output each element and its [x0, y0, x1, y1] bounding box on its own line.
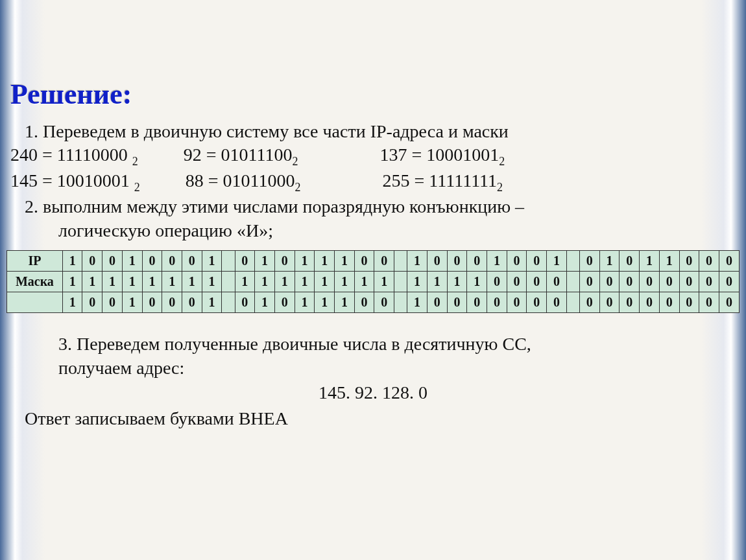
table-row: IP10010001010111001000100101011000: [7, 251, 740, 272]
octet-gap: [222, 251, 235, 272]
bit-cell: 0: [599, 292, 620, 313]
bit-cell: 1: [354, 272, 374, 292]
result-address: 145. 92. 128. 0: [34, 381, 712, 404]
bit-cell: 0: [235, 251, 255, 272]
conv-255: 255 = 11111111: [383, 170, 498, 191]
bit-cell: 0: [507, 251, 527, 272]
octet-gap: [394, 272, 407, 292]
bit-cell: 0: [640, 292, 660, 313]
bit-cell: 1: [62, 272, 82, 292]
bit-cell: 0: [182, 251, 202, 272]
bit-cell: 1: [467, 272, 487, 292]
bit-cell: 1: [407, 251, 427, 272]
bit-cell: 0: [719, 272, 739, 292]
bit-cell: 0: [274, 251, 295, 272]
bit-cell: 0: [579, 292, 599, 313]
bit-cell: 1: [374, 272, 394, 292]
bit-cell: 1: [142, 272, 162, 292]
bit-cell: 1: [640, 251, 660, 272]
bit-cell: 1: [102, 272, 123, 292]
bit-cell: 0: [82, 251, 102, 272]
bit-cell: 1: [407, 292, 427, 313]
bit-cell: 1: [202, 292, 222, 313]
bit-cell: 1: [255, 251, 275, 272]
bit-cell: 1: [315, 272, 335, 292]
bit-cell: 0: [620, 251, 640, 272]
bit-cell: 0: [679, 292, 699, 313]
bit-cell: 0: [82, 292, 102, 313]
bit-cell: 1: [202, 251, 222, 272]
heading-solution: Решение:: [8, 78, 712, 111]
conv-88: 88 = 01011000: [186, 170, 295, 191]
bit-cell: 0: [447, 251, 467, 272]
octet-gap: [566, 272, 579, 292]
bit-cell: 0: [699, 292, 719, 313]
bit-cell: 1: [335, 251, 355, 272]
bit-cell: 0: [354, 292, 374, 313]
bit-cell: 1: [659, 251, 679, 272]
bit-cell: 0: [142, 292, 162, 313]
bit-cell: 0: [102, 251, 123, 272]
conv-92: 92 = 01011100: [184, 145, 293, 165]
bit-cell: 0: [679, 272, 699, 292]
step-1: 1. Переведем в двоичную систему все част…: [25, 120, 712, 143]
bit-cell: 1: [82, 272, 102, 292]
bit-cell: 0: [679, 251, 699, 272]
subscript: 2: [134, 181, 140, 194]
bit-cell: 1: [295, 292, 315, 313]
bit-cell: 0: [579, 272, 599, 292]
row-label: Маска: [7, 272, 63, 292]
bit-cell: 0: [579, 251, 599, 272]
bit-cell: 1: [274, 272, 295, 292]
subscript: 2: [497, 181, 503, 194]
bit-cell: 1: [599, 251, 620, 272]
bit-cell: 1: [122, 292, 142, 313]
bit-cell: 0: [467, 251, 487, 272]
slide: Решение: 1. Переведем в двоичную систему…: [0, 0, 746, 457]
bit-cell: 0: [374, 251, 394, 272]
step-3: 3. Переведем полученные двоичные числа в…: [34, 332, 712, 431]
bit-cell: 1: [427, 272, 447, 292]
bit-cell: 0: [527, 292, 547, 313]
bit-cell: 0: [427, 292, 447, 313]
bit-cell: 1: [202, 272, 222, 292]
bit-cell: 1: [487, 251, 507, 272]
bit-cell: 0: [599, 272, 620, 292]
bit-cell: 0: [527, 251, 547, 272]
bit-cell: 1: [295, 272, 315, 292]
conv-137: 137 = 10001001: [379, 145, 499, 165]
bit-cell: 0: [699, 272, 719, 292]
table-row: Маска11111111111111111111000000000000: [7, 272, 740, 292]
bit-cell: 0: [719, 292, 739, 313]
octet-gap: [566, 292, 579, 313]
bit-cell: 0: [487, 272, 507, 292]
bit-cell: 0: [447, 292, 467, 313]
bit-cell: 0: [274, 292, 295, 313]
bit-cell: 0: [354, 251, 374, 272]
binary-conversions-line-1: 240 = 11110000 2 92 = 010111002 137 = 10…: [10, 143, 712, 169]
conv-145: 145 = 10010001: [10, 170, 134, 191]
conv-240: 240 = 11110000: [10, 145, 132, 165]
bit-cell: 1: [62, 251, 82, 272]
octet-gap: [566, 251, 579, 272]
bit-cell: 0: [659, 272, 679, 292]
bit-cell: 1: [122, 251, 142, 272]
step-3-line-a: 3. Переведем полученные двоичные числа в…: [58, 332, 712, 356]
row-label: [7, 292, 63, 313]
bit-table-wrapper: IP10010001010111001000100101011000Маска1…: [6, 250, 740, 313]
bit-cell: 1: [335, 272, 355, 292]
bit-cell: 0: [374, 292, 394, 313]
subscript: 2: [499, 155, 505, 168]
bit-cell: 1: [255, 292, 275, 313]
bit-cell: 0: [719, 251, 739, 272]
bit-cell: 0: [659, 292, 679, 313]
bit-cell: 1: [255, 272, 275, 292]
row-label: IP: [7, 251, 63, 272]
step-3-line-b: получаем адрес:: [58, 356, 712, 380]
step-2-line-a: 2. выполним между этими числами поразряд…: [25, 195, 712, 218]
table-row: 10010001010111001000000000000000: [7, 292, 740, 313]
binary-conversions-line-2: 145 = 10010001 2 88 = 010110002 255 = 11…: [10, 169, 712, 195]
step-2-line-b: логическую операцию «И»;: [58, 219, 712, 242]
octet-gap: [394, 251, 407, 272]
bit-cell: 1: [407, 272, 427, 292]
